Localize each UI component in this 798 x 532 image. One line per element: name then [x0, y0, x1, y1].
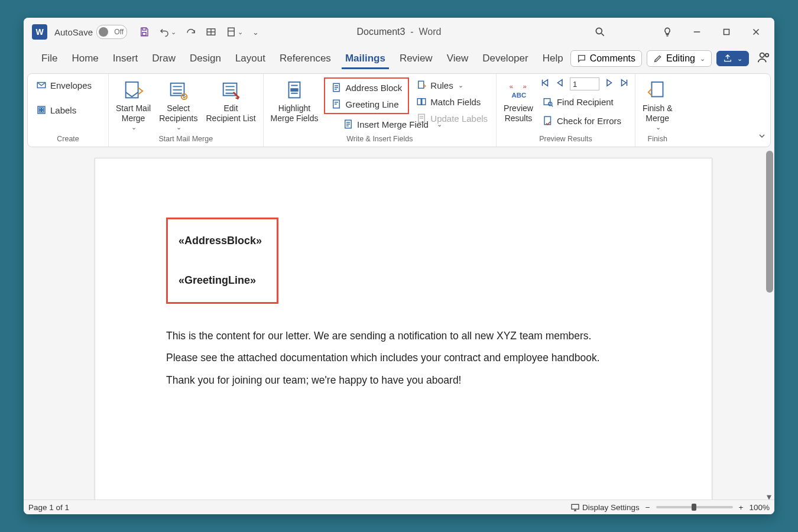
scroll-down-arrow[interactable]: ▾ — [767, 491, 773, 497]
svg-text:»: » — [523, 83, 527, 90]
check-errors-button[interactable]: Check for Errors — [539, 113, 630, 128]
tab-layout[interactable]: Layout — [228, 49, 273, 68]
greeting-line-button[interactable]: Greeting Line — [327, 96, 406, 112]
status-bar: Page 1 of 1 Display Settings − + 100% — [24, 499, 774, 514]
tab-file[interactable]: File — [34, 49, 64, 68]
match-fields-button[interactable]: Match Fields — [413, 94, 491, 109]
last-record-button[interactable] — [618, 77, 630, 90]
tab-review[interactable]: Review — [392, 49, 440, 68]
display-settings-label: Display Settings — [582, 503, 640, 512]
quick-access-toolbar: ⌄ ⌄ ⌄ — [135, 24, 262, 40]
record-number-input[interactable] — [570, 77, 599, 90]
preview-results-label: Preview Results — [504, 103, 533, 124]
group-start-mail-merge: Start Mail Merge⌄ Select Recipients⌄ Edi… — [109, 74, 264, 147]
check-errors-label: Check for Errors — [557, 116, 621, 126]
tab-design[interactable]: Design — [183, 49, 228, 68]
word-window: W AutoSave Off ⌄ ⌄ ⌄ Document3 — [24, 18, 774, 514]
zoom-out-button[interactable]: − — [645, 503, 650, 512]
svg-rect-12 — [39, 111, 41, 112]
rules-button[interactable]: Rules⌄ — [413, 77, 491, 93]
editing-mode-button[interactable]: Editing ⌄ — [647, 50, 712, 67]
group-write-insert: Highlight Merge Fields Address Block Gre… — [264, 74, 497, 147]
svg-rect-34 — [572, 504, 579, 509]
address-block-field[interactable]: «AddressBlock» — [179, 235, 265, 247]
search-button[interactable] — [586, 21, 614, 43]
svg-point-7 — [765, 54, 769, 57]
tab-draw[interactable]: Draw — [145, 49, 183, 68]
comments-button[interactable]: Comments — [570, 50, 642, 67]
tab-help[interactable]: Help — [536, 49, 570, 68]
address-block-button[interactable]: Address Block — [327, 80, 406, 95]
page-indicator[interactable]: Page 1 of 1 — [28, 503, 69, 512]
preview-results-button[interactable]: «»ABC Preview Results — [501, 77, 536, 125]
qat-customize[interactable]: ⌄ — [249, 25, 262, 39]
svg-text:«: « — [510, 83, 513, 90]
select-recipients-button[interactable]: Select Recipients⌄ — [157, 77, 200, 132]
svg-rect-33 — [652, 82, 663, 97]
finish-merge-button[interactable]: Finish & Merge⌄ — [640, 77, 675, 132]
redo-button[interactable] — [182, 24, 200, 40]
labels-button[interactable]: Labels — [33, 102, 80, 118]
editing-label: Editing — [666, 53, 695, 64]
zoom-thumb[interactable] — [692, 504, 696, 511]
document-page[interactable]: «AddressBlock» «GreetingLine» This is th… — [95, 158, 712, 499]
merge-fields-highlight: «AddressBlock» «GreetingLine» — [166, 218, 278, 304]
rules-label: Rules — [430, 80, 453, 90]
tab-view[interactable]: View — [440, 49, 476, 68]
tab-insert[interactable]: Insert — [106, 49, 145, 68]
envelopes-button[interactable]: Envelopes — [33, 77, 95, 93]
letter-body[interactable]: This is the content for our letter. We a… — [166, 325, 641, 392]
group-preview-label: Preview Results — [539, 132, 592, 144]
autosave-toggle[interactable]: Off — [96, 25, 127, 39]
insert-merge-field-label: Insert Merge Field — [357, 119, 429, 129]
document-name: Document3 — [357, 27, 406, 37]
zoom-in-button[interactable]: + — [739, 503, 744, 512]
svg-rect-3 — [228, 28, 235, 36]
group-preview: «»ABC Preview Results Find Recipient — [497, 74, 635, 147]
next-record-button[interactable] — [603, 77, 615, 90]
greeting-line-field[interactable]: «GreetingLine» — [179, 274, 265, 287]
account-icon[interactable] — [754, 48, 774, 69]
svg-rect-11 — [42, 108, 44, 109]
address-greeting-highlight: Address Block Greeting Line — [324, 77, 409, 114]
group-create: Envelopes Labels Create — [28, 74, 109, 147]
lightbulb-button[interactable] — [654, 21, 681, 43]
save-button[interactable] — [135, 24, 153, 40]
table-view-button[interactable] — [202, 24, 220, 40]
find-recipient-button[interactable]: Find Recipient — [539, 94, 630, 109]
document-canvas[interactable]: «AddressBlock» «GreetingLine» This is th… — [24, 147, 774, 499]
edit-recipient-list-button[interactable]: Edit Recipient List — [204, 77, 258, 125]
tab-home[interactable]: Home — [64, 49, 105, 68]
start-mail-merge-button[interactable]: Start Mail Merge⌄ — [113, 77, 153, 132]
maximize-button[interactable] — [713, 21, 740, 43]
page-view-button[interactable]: ⌄ — [222, 24, 246, 40]
group-finish-label: Finish — [648, 132, 667, 144]
finish-merge-label: Finish & Merge — [643, 103, 673, 124]
select-recipients-label: Select Recipients — [159, 103, 197, 124]
window-title: Document3 - Word — [357, 27, 442, 37]
display-settings-button[interactable]: Display Settings — [570, 502, 640, 512]
zoom-level[interactable]: 100% — [749, 503, 770, 512]
svg-rect-5 — [724, 30, 729, 35]
first-record-button[interactable] — [539, 77, 551, 90]
minimize-button[interactable] — [683, 21, 711, 43]
tab-mailings[interactable]: Mailings — [338, 49, 392, 68]
insert-merge-field-button[interactable]: Insert Merge Field ⌄ — [339, 116, 446, 132]
svg-rect-22 — [419, 81, 424, 88]
vertical-scrollbar[interactable] — [766, 151, 773, 293]
tab-references[interactable]: References — [273, 49, 338, 68]
toggle-knob — [99, 27, 108, 37]
undo-button[interactable]: ⌄ — [155, 24, 180, 40]
svg-rect-13 — [42, 111, 44, 112]
svg-rect-10 — [39, 108, 41, 109]
share-button[interactable]: ⌄ — [716, 51, 749, 66]
zoom-slider[interactable] — [656, 506, 733, 508]
tabs-right: Comments Editing ⌄ ⌄ — [570, 48, 774, 69]
ribbon-collapse-button[interactable] — [757, 131, 767, 143]
tab-developer[interactable]: Developer — [475, 49, 536, 68]
close-button[interactable] — [742, 21, 770, 43]
svg-rect-30 — [544, 99, 550, 105]
highlight-merge-fields-button[interactable]: Highlight Merge Fields — [268, 77, 321, 125]
body-line-3: Thank you for joining our team; we're ha… — [166, 369, 641, 392]
prev-record-button[interactable] — [554, 77, 566, 90]
